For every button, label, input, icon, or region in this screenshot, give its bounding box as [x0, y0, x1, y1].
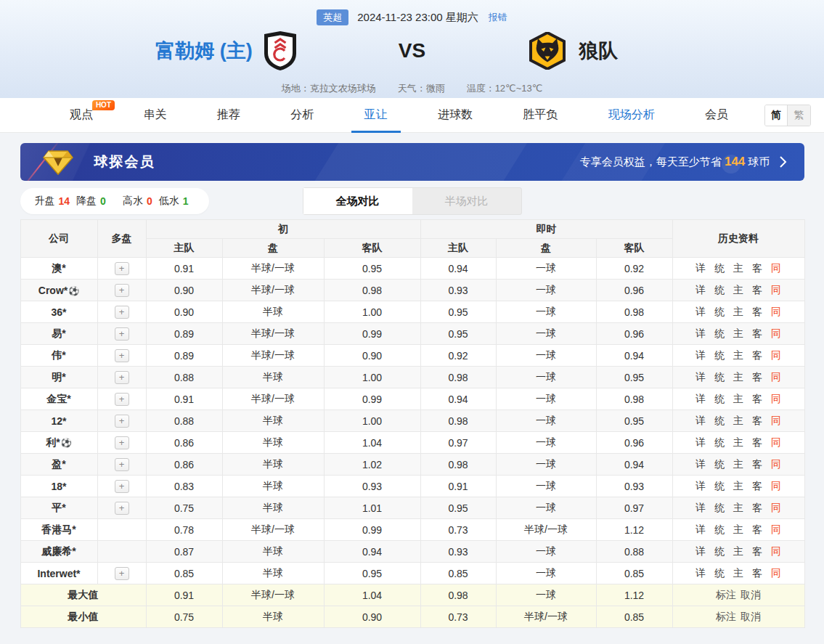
history-link-same[interactable]: 同: [771, 284, 781, 295]
cancel-link[interactable]: 取消: [741, 589, 761, 600]
history-link-detail[interactable]: 详: [695, 458, 706, 470]
history-link-stats[interactable]: 统: [714, 480, 725, 492]
history-link-stats[interactable]: 统: [714, 567, 725, 579]
history-link-detail[interactable]: 详: [695, 349, 706, 361]
history-link-home[interactable]: 主: [733, 415, 743, 426]
mark-link[interactable]: 标注: [716, 611, 736, 622]
expand-multi-odds-button[interactable]: +: [115, 458, 129, 471]
tab-现场分析[interactable]: 现场分析: [605, 98, 658, 133]
history-link-away[interactable]: 客: [752, 393, 762, 404]
history-link-stats[interactable]: 统: [714, 327, 725, 339]
history-link-home[interactable]: 主: [733, 393, 743, 404]
history-link-same[interactable]: 同: [771, 415, 781, 426]
history-link-away[interactable]: 客: [752, 284, 762, 295]
history-link-stats[interactable]: 统: [714, 371, 725, 383]
history-link-away[interactable]: 客: [752, 436, 762, 448]
history-link-same[interactable]: 同: [771, 306, 781, 317]
history-link-home[interactable]: 主: [733, 327, 743, 339]
history-link-home[interactable]: 主: [733, 306, 743, 317]
history-link-home[interactable]: 主: [733, 567, 743, 579]
expand-multi-odds-button[interactable]: +: [115, 262, 129, 275]
history-link-same[interactable]: 同: [771, 371, 781, 383]
history-link-stats[interactable]: 统: [714, 458, 725, 470]
history-link-away[interactable]: 客: [752, 327, 762, 339]
expand-multi-odds-button[interactable]: +: [115, 415, 129, 428]
lang-simplified-button[interactable]: 简: [765, 105, 788, 126]
history-link-stats[interactable]: 统: [714, 306, 725, 317]
history-link-detail[interactable]: 详: [695, 480, 706, 492]
history-link-same[interactable]: 同: [771, 458, 781, 470]
history-link-same[interactable]: 同: [771, 523, 781, 535]
history-link-stats[interactable]: 统: [714, 436, 725, 448]
history-link-same[interactable]: 同: [771, 502, 781, 513]
expand-multi-odds-button[interactable]: +: [115, 567, 129, 580]
expand-multi-odds-button[interactable]: +: [115, 436, 129, 449]
history-link-away[interactable]: 客: [752, 502, 762, 513]
history-link-detail[interactable]: 详: [695, 415, 706, 426]
history-link-detail[interactable]: 详: [695, 545, 706, 557]
history-link-stats[interactable]: 统: [714, 523, 725, 535]
history-link-away[interactable]: 客: [752, 415, 762, 426]
tab-观点[interactable]: 观点HOT: [67, 98, 96, 133]
history-link-same[interactable]: 同: [771, 349, 781, 361]
expand-multi-odds-button[interactable]: +: [115, 502, 129, 515]
history-link-stats[interactable]: 统: [714, 545, 725, 557]
full-match-compare-button[interactable]: 全场对比: [303, 188, 412, 214]
history-link-detail[interactable]: 详: [695, 371, 706, 383]
tab-胜平负[interactable]: 胜平负: [520, 98, 560, 133]
tab-串关[interactable]: 串关: [140, 98, 169, 133]
mark-link[interactable]: 标注: [716, 589, 736, 600]
history-link-home[interactable]: 主: [733, 502, 743, 513]
history-link-home[interactable]: 主: [733, 371, 743, 383]
history-link-same[interactable]: 同: [771, 567, 781, 579]
history-link-same[interactable]: 同: [771, 545, 781, 557]
history-link-detail[interactable]: 详: [695, 284, 706, 295]
history-link-home[interactable]: 主: [733, 545, 743, 557]
history-link-away[interactable]: 客: [752, 480, 762, 492]
history-link-away[interactable]: 客: [752, 567, 762, 579]
history-link-away[interactable]: 客: [752, 349, 762, 361]
tab-推荐[interactable]: 推荐: [214, 98, 243, 133]
expand-multi-odds-button[interactable]: +: [115, 349, 129, 362]
history-link-home[interactable]: 主: [733, 458, 743, 470]
expand-multi-odds-button[interactable]: +: [115, 393, 129, 406]
history-link-away[interactable]: 客: [752, 458, 762, 470]
history-link-home[interactable]: 主: [733, 349, 743, 361]
history-link-detail[interactable]: 详: [695, 436, 706, 448]
history-link-away[interactable]: 客: [752, 262, 762, 274]
history-link-detail[interactable]: 详: [695, 567, 706, 579]
history-link-detail[interactable]: 详: [695, 306, 706, 317]
tab-分析[interactable]: 分析: [287, 98, 317, 133]
history-link-detail[interactable]: 详: [695, 502, 706, 513]
history-link-detail[interactable]: 详: [695, 523, 706, 535]
history-link-home[interactable]: 主: [733, 480, 743, 492]
expand-multi-odds-button[interactable]: +: [115, 480, 129, 493]
vip-promo-text[interactable]: 专享会员权益，每天至少节省 144 球币: [580, 155, 787, 169]
history-link-away[interactable]: 客: [752, 523, 762, 535]
tab-会员[interactable]: 会员: [702, 98, 731, 133]
history-link-detail[interactable]: 详: [695, 393, 706, 404]
history-link-same[interactable]: 同: [771, 393, 781, 404]
history-link-stats[interactable]: 统: [714, 349, 725, 361]
history-link-same[interactable]: 同: [771, 327, 781, 339]
tab-亚让[interactable]: 亚让: [362, 98, 391, 133]
history-link-away[interactable]: 客: [752, 545, 762, 557]
half-match-compare-button[interactable]: 半场对比: [412, 188, 521, 214]
cancel-link[interactable]: 取消: [741, 611, 761, 622]
history-link-home[interactable]: 主: [733, 262, 743, 274]
history-link-stats[interactable]: 统: [714, 262, 725, 274]
lang-traditional-button[interactable]: 繁: [788, 105, 810, 126]
history-link-same[interactable]: 同: [771, 436, 781, 448]
history-link-home[interactable]: 主: [733, 284, 743, 295]
tab-进球数[interactable]: 进球数: [435, 98, 476, 133]
history-link-away[interactable]: 客: [752, 371, 762, 383]
history-link-detail[interactable]: 详: [695, 262, 706, 274]
history-link-same[interactable]: 同: [771, 480, 781, 492]
history-link-stats[interactable]: 统: [714, 502, 725, 513]
history-link-home[interactable]: 主: [733, 436, 743, 448]
history-link-stats[interactable]: 统: [714, 393, 725, 404]
expand-multi-odds-button[interactable]: +: [115, 306, 129, 319]
expand-multi-odds-button[interactable]: +: [115, 371, 129, 384]
history-link-home[interactable]: 主: [733, 523, 743, 535]
history-link-stats[interactable]: 统: [714, 284, 725, 295]
